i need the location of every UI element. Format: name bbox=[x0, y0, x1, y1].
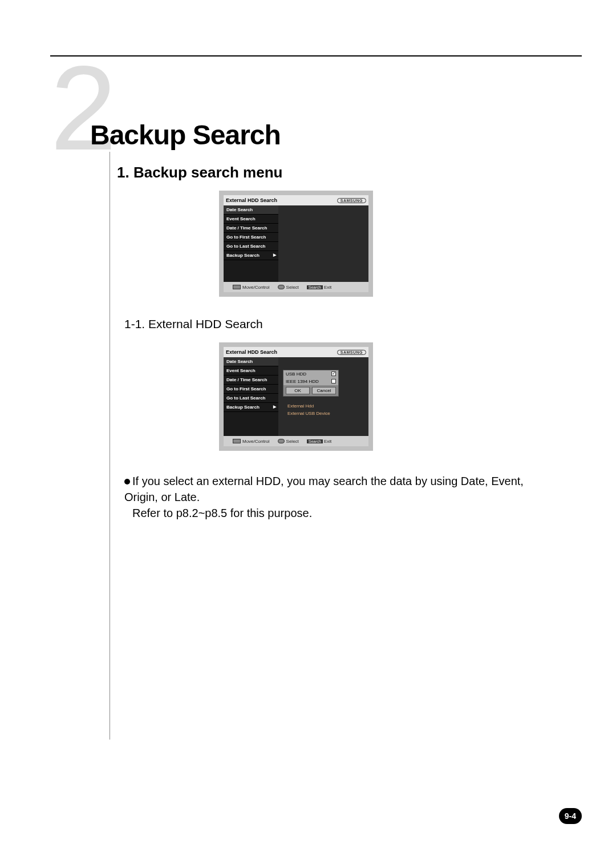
menu-backup-search[interactable]: Backup Search ▶ bbox=[224, 403, 278, 412]
menu-event-search[interactable]: Event Search bbox=[224, 366, 278, 375]
dvr-header: External HDD Search SAMSUNG bbox=[224, 347, 368, 357]
page-number: 9-4 bbox=[559, 808, 582, 824]
menu-first-search[interactable]: Go to First Search bbox=[224, 385, 278, 394]
chevron-right-icon: ▶ bbox=[273, 253, 276, 257]
menu-backup-label: Backup Search bbox=[226, 253, 260, 258]
enter-icon bbox=[278, 285, 285, 289]
bullet-icon bbox=[124, 479, 130, 484]
menu-date-search[interactable]: Date Search bbox=[224, 357, 278, 366]
dvr-footer: Move/Control Select SearchExit bbox=[224, 282, 368, 292]
dpad-icon bbox=[233, 439, 241, 443]
body-paragraph: If you select an external HDD, you may s… bbox=[124, 473, 546, 521]
menu-event-search[interactable]: Event Search bbox=[224, 215, 278, 224]
popup-usb-row[interactable]: USB HDD bbox=[283, 370, 338, 378]
popup-ieee-row[interactable]: IEEE 1394 HDD bbox=[283, 378, 338, 385]
checkbox-checked-icon[interactable] bbox=[331, 371, 336, 376]
menu-date-search[interactable]: Date Search bbox=[224, 205, 278, 215]
vertical-divider bbox=[110, 152, 110, 740]
chapter-title: Backup Search bbox=[90, 119, 281, 151]
menu-datetime-search[interactable]: Date / Time Search bbox=[224, 224, 278, 233]
dvr-title: External HDD Search bbox=[226, 349, 277, 355]
dvr-title: External HDD Search bbox=[226, 197, 277, 203]
dvr-screenshot-1: External HDD Search SAMSUNG Date Search … bbox=[219, 191, 373, 297]
dvr-main-area bbox=[278, 205, 368, 282]
dvr-side-menu: Date Search Event Search Date / Time Sea… bbox=[224, 205, 278, 282]
menu-first-search[interactable]: Go to First Search bbox=[224, 233, 278, 242]
samsung-logo: SAMSUNG bbox=[337, 198, 366, 203]
dvr-header: External HDD Search SAMSUNG bbox=[224, 195, 368, 205]
chevron-right-icon: ▶ bbox=[273, 405, 276, 409]
menu-last-search[interactable]: Go to Last Search bbox=[224, 394, 278, 403]
footer-move: Move/Control bbox=[242, 439, 270, 444]
top-rule bbox=[50, 55, 582, 56]
popup-ieee-label: IEEE 1394 HDD bbox=[286, 379, 319, 384]
dvr-main-area: USB HDD IEEE 1394 HDD OK Cancel External… bbox=[278, 357, 368, 436]
search-btn-icon: Search bbox=[307, 439, 323, 443]
menu-backup-label: Backup Search bbox=[226, 405, 260, 410]
body-line-1: If you select an external HDD, you may s… bbox=[124, 475, 524, 503]
search-btn-icon: Search bbox=[307, 285, 323, 289]
hdd-select-popup: USB HDD IEEE 1394 HDD OK Cancel bbox=[283, 370, 339, 397]
footer-select: Select bbox=[286, 439, 299, 444]
submenu-external-hdd[interactable]: External Hdd bbox=[287, 403, 330, 410]
ok-button[interactable]: OK bbox=[286, 387, 310, 394]
samsung-logo: SAMSUNG bbox=[337, 350, 366, 355]
menu-backup-search[interactable]: Backup Search ▶ bbox=[224, 251, 278, 260]
footer-exit: Exit bbox=[324, 285, 331, 290]
dpad-icon bbox=[233, 285, 241, 289]
dvr-screenshot-2: External HDD Search SAMSUNG Date Search … bbox=[219, 342, 373, 451]
section-heading: 1. Backup search menu bbox=[117, 164, 282, 181]
popup-usb-label: USB HDD bbox=[286, 371, 306, 377]
checkbox-icon[interactable] bbox=[331, 379, 336, 383]
footer-move: Move/Control bbox=[242, 285, 270, 290]
footer-exit: Exit bbox=[324, 439, 331, 444]
dvr-side-menu: Date Search Event Search Date / Time Sea… bbox=[224, 357, 278, 436]
submenu-external-usb[interactable]: External USB Device bbox=[287, 410, 330, 418]
subsection-heading: 1-1. External HDD Search bbox=[124, 317, 263, 331]
dvr-footer: Move/Control Select SearchExit bbox=[224, 436, 368, 446]
enter-icon bbox=[278, 439, 285, 443]
menu-last-search[interactable]: Go to Last Search bbox=[224, 242, 278, 251]
body-line-2: Refer to p8.2~p8.5 for this purpose. bbox=[132, 505, 312, 521]
menu-datetime-search[interactable]: Date / Time Search bbox=[224, 375, 278, 385]
footer-select: Select bbox=[286, 285, 299, 290]
cancel-button[interactable]: Cancel bbox=[312, 387, 336, 394]
